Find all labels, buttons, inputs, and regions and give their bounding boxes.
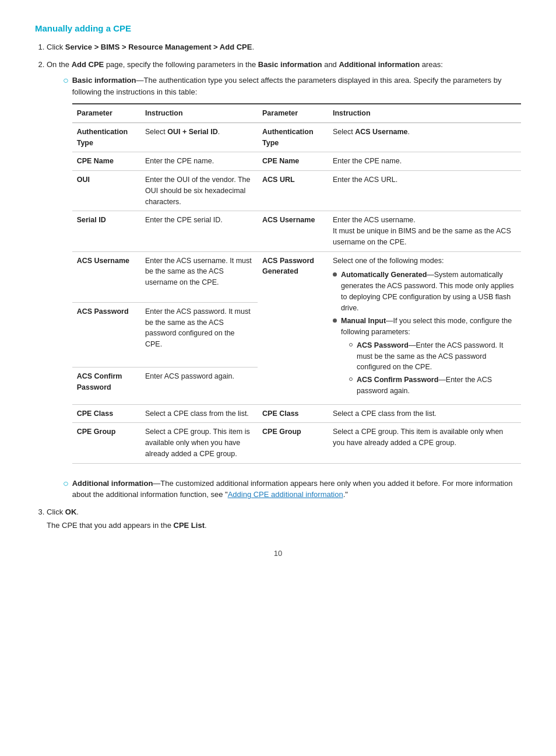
- instr-cpe-class-2: Select a CPE class from the list.: [328, 404, 521, 423]
- col-header-param1: Parameter: [72, 104, 140, 123]
- instr-auth-type-2: Select ACS Username.: [328, 123, 521, 152]
- table-row-cpe-group: CPE Group Select a CPE group. This item …: [72, 423, 521, 463]
- step-3-result: The CPE that you add appears in the CPE …: [47, 520, 521, 531]
- step-1: Click Service > BIMS > Resource Manageme…: [47, 41, 521, 53]
- instr-acs-username-left: Enter the ACS username. It must be the s…: [140, 251, 258, 302]
- instr-serial-id: Enter the CPE serial ID.: [140, 211, 258, 251]
- ok-button-label: OK: [65, 508, 77, 516]
- basic-info-label: Basic information: [258, 60, 322, 69]
- additional-info-bold: Additional information: [72, 479, 153, 488]
- param-acs-pw-generated: ACS Password Generated: [262, 257, 314, 276]
- param-oui: OUI: [77, 176, 90, 184]
- basic-info-bullet-marker: ○: [63, 75, 69, 87]
- param-cpe-name-2: CPE Name: [262, 157, 299, 165]
- param-acs-password: ACS Password: [77, 307, 129, 316]
- param-acs-username-left: ACS Username: [77, 257, 129, 265]
- col-header-instr1: Instruction: [140, 104, 258, 123]
- table-row-auth-type: Authentication Type Select OUI + Serial …: [72, 123, 521, 152]
- param-acs-username-right: ACS Username: [262, 216, 315, 224]
- instr-acs-password: Enter the ACS password. It must be the s…: [140, 302, 258, 367]
- param-cpe-group-2: CPE Group: [262, 428, 301, 436]
- cpe-list-label: CPE List: [174, 521, 205, 530]
- table-row-acsusername-acspwgen: ACS Username Enter the ACS username. It …: [72, 251, 521, 302]
- instr-auth-type-1: Select OUI + Serial ID.: [140, 123, 258, 152]
- instr-acs-pw-generated: Select one of the following modes: Autom…: [328, 251, 521, 404]
- adding-cpe-additional-info-link[interactable]: Adding CPE additional information: [228, 490, 343, 499]
- mode-automatically-generated: Automatically Generated—System automatic…: [333, 270, 516, 313]
- param-serial-id: Serial ID: [77, 216, 106, 224]
- main-steps-list: Click Service > BIMS > Resource Manageme…: [35, 41, 521, 531]
- additional-info-label: Additional information: [339, 60, 420, 69]
- instr-oui: Enter the OUI of the vendor. The OUI sho…: [140, 171, 258, 211]
- section-title: Manually adding a CPE: [35, 23, 521, 33]
- parameter-table: Parameter Instruction Parameter Instruct…: [72, 103, 521, 464]
- table-row-serialid-acsuser: Serial ID Enter the CPE serial ID. ACS U…: [72, 211, 521, 251]
- additional-info-text: Additional information—The customized ad…: [72, 478, 521, 501]
- param-cpe-name-1: CPE Name: [77, 157, 114, 165]
- basic-info-bold: Basic information: [72, 76, 136, 85]
- mode-manual-input: Manual Input—If you select this mode, co…: [333, 316, 516, 398]
- step-2-sub-bullets: ○ Basic information—The authentication t…: [63, 75, 521, 501]
- additional-info-bullet-marker: ○: [63, 478, 69, 490]
- step-3-text: Click OK.: [47, 506, 521, 518]
- sub-param-acs-confirm-password: ACS Confirm Password—Enter the ACS passw…: [349, 374, 516, 397]
- col-header-instr2: Instruction: [328, 104, 521, 123]
- instr-cpe-class-1: Select a CPE class from the list.: [140, 404, 258, 423]
- param-auth-type-2: Authentication Type: [262, 128, 314, 147]
- instr-cpe-name-2: Enter the CPE name.: [328, 152, 521, 171]
- step-2-intro: On the Add CPE page, specify the followi…: [47, 59, 521, 71]
- param-cpe-class-1: CPE Class: [77, 410, 114, 418]
- table-header-row: Parameter Instruction Parameter Instruct…: [72, 104, 521, 123]
- instr-cpe-group-1: Select a CPE group. This item is availab…: [140, 423, 258, 463]
- param-acs-confirm-pw: ACS Confirm Password: [77, 372, 122, 391]
- instr-cpe-name-1: Enter the CPE name.: [140, 152, 258, 171]
- param-cpe-group-1: CPE Group: [77, 428, 116, 436]
- basic-info-bullet: ○ Basic information—The authentication t…: [63, 75, 521, 471]
- col-header-param2: Parameter: [258, 104, 328, 123]
- step-1-menu-path: Service > BIMS > Resource Management > A…: [65, 43, 252, 51]
- param-auth-type-1: Authentication Type: [77, 128, 128, 147]
- instr-acs-confirm-pw: Enter ACS password again.: [140, 367, 258, 404]
- add-cpe-page-label: Add CPE: [72, 60, 104, 69]
- param-cpe-class-2: CPE Class: [262, 410, 299, 418]
- step-2: On the Add CPE page, specify the followi…: [47, 59, 521, 501]
- table-row-cpe-class: CPE Class Select a CPE class from the li…: [72, 404, 521, 423]
- step-3: Click OK. The CPE that you add appears i…: [47, 506, 521, 531]
- page-number: 10: [35, 549, 521, 558]
- table-row-oui-acsurl: OUI Enter the OUI of the vendor. The OUI…: [72, 171, 521, 211]
- additional-info-bullet-item: ○ Additional information—The customized …: [63, 478, 521, 501]
- table-row-cpe-name: CPE Name Enter the CPE name. CPE Name En…: [72, 152, 521, 171]
- instr-acs-username-right: Enter the ACS username. It must be uniqu…: [328, 211, 521, 251]
- step-1-text: Click Service > BIMS > Resource Manageme…: [47, 43, 254, 51]
- sub-param-acs-password: ACS Password—Enter the ACS password. It …: [349, 340, 516, 373]
- basic-info-content: Basic information—The authentication typ…: [72, 75, 521, 471]
- instr-cpe-group-2: Select a CPE group. This item is availab…: [328, 423, 521, 463]
- instr-acs-url: Enter the ACS URL.: [328, 171, 521, 211]
- param-acs-url: ACS URL: [262, 176, 295, 184]
